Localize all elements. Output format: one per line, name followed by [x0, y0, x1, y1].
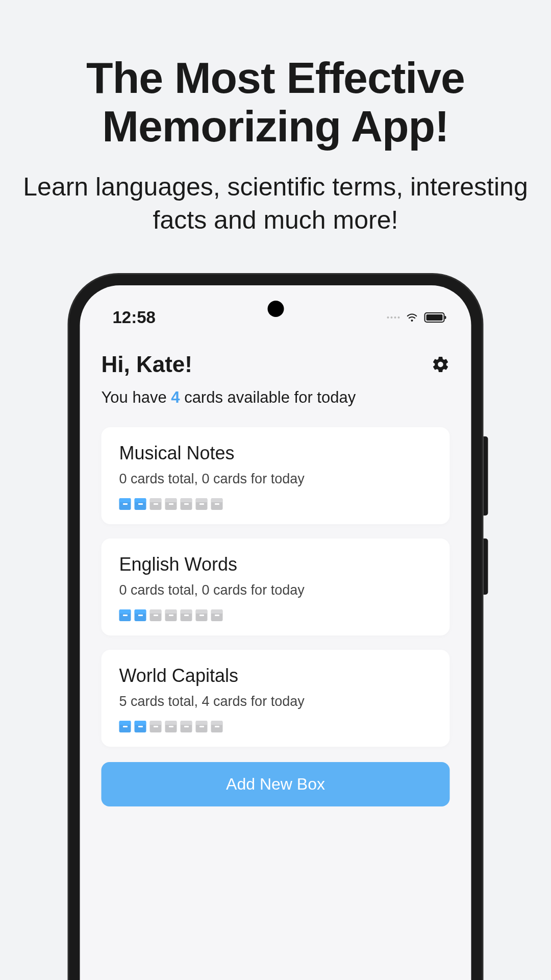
box-progress-row	[119, 609, 432, 621]
deck-title: World Capitals	[119, 665, 432, 687]
box-level-icon	[165, 609, 177, 621]
box-level-icon	[150, 498, 162, 510]
hero-title: The Most Effective Memorizing App!	[0, 54, 551, 150]
box-progress-row	[119, 498, 432, 510]
box-level-icon	[150, 609, 162, 621]
box-level-icon	[196, 498, 208, 510]
box-level-icon	[135, 498, 146, 510]
phone-screen: 12:58 Hi, Kate! You have 4 cards availab…	[80, 285, 471, 980]
signal-dots-icon	[387, 316, 400, 318]
box-level-icon	[119, 609, 131, 621]
box-level-icon	[181, 498, 192, 510]
wifi-icon	[406, 311, 418, 324]
deck-title: English Words	[119, 554, 432, 575]
box-level-icon	[181, 609, 192, 621]
app-header: Hi, Kate!	[102, 352, 450, 377]
box-level-icon	[165, 498, 177, 510]
gear-icon[interactable]	[432, 355, 450, 374]
box-level-icon	[119, 498, 131, 510]
box-progress-row	[119, 721, 432, 732]
hero-subtitle: Learn languages, scientific terms, inter…	[0, 170, 551, 237]
greeting-text: Hi, Kate!	[102, 352, 192, 377]
battery-icon	[424, 312, 445, 323]
cards-available-text: You have 4 cards available for today	[102, 388, 450, 407]
box-level-icon	[165, 721, 177, 732]
box-level-icon	[135, 721, 146, 732]
box-level-icon	[150, 721, 162, 732]
deck-list: Musical Notes0 cards total, 0 cards for …	[102, 427, 450, 747]
camera-notch	[267, 301, 284, 317]
deck-title: Musical Notes	[119, 443, 432, 464]
deck-card[interactable]: Musical Notes0 cards total, 0 cards for …	[102, 427, 450, 524]
hero-section: The Most Effective Memorizing App! Learn…	[0, 0, 551, 237]
box-level-icon	[196, 721, 208, 732]
box-level-icon	[196, 609, 208, 621]
phone-mockup: 12:58 Hi, Kate! You have 4 cards availab…	[68, 273, 484, 980]
deck-card[interactable]: English Words0 cards total, 0 cards for …	[102, 538, 450, 635]
deck-info: 0 cards total, 0 cards for today	[119, 471, 432, 487]
box-level-icon	[211, 721, 223, 732]
add-new-box-button[interactable]: Add New Box	[102, 762, 450, 806]
box-level-icon	[181, 721, 192, 732]
box-level-icon	[135, 609, 146, 621]
deck-card[interactable]: World Capitals5 cards total, 4 cards for…	[102, 650, 450, 747]
status-time: 12:58	[113, 308, 156, 327]
box-level-icon	[211, 609, 223, 621]
box-level-icon	[119, 721, 131, 732]
deck-info: 5 cards total, 4 cards for today	[119, 694, 432, 709]
box-level-icon	[211, 498, 223, 510]
deck-info: 0 cards total, 0 cards for today	[119, 582, 432, 598]
